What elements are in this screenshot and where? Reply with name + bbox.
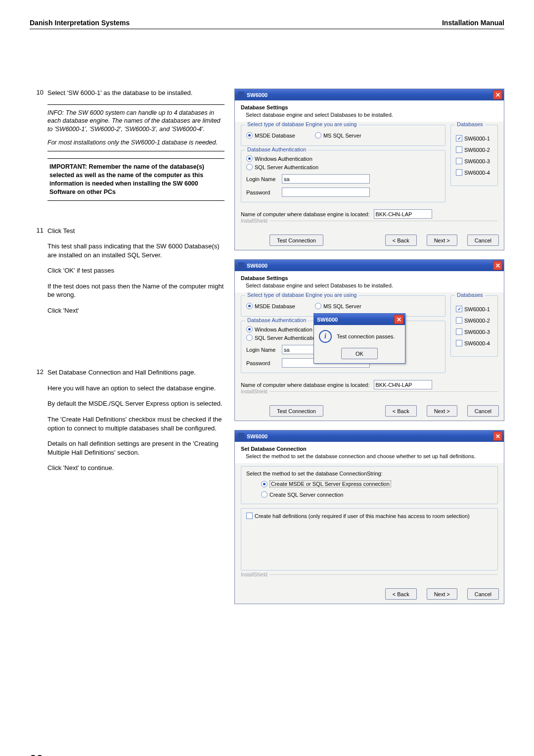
dlg2-title: SW6000 bbox=[247, 263, 267, 269]
close-icon[interactable]: ✕ bbox=[394, 315, 403, 324]
step-11-p2: This test shall pass indicating that the… bbox=[47, 242, 224, 259]
step-12-p5: Details on hall definition settings are … bbox=[47, 439, 224, 457]
chk-db-1[interactable]: SW6000-1 bbox=[456, 306, 492, 312]
radio-msde-conn[interactable]: Create MSDE or SQL Server Express connec… bbox=[261, 480, 492, 487]
engine-legend: Select type of database Engine you are u… bbox=[245, 121, 358, 127]
msg-text: Test connection passes. bbox=[337, 333, 395, 339]
radio-mssql[interactable]: MS SQL Server bbox=[315, 303, 361, 309]
test-passed-messagebox: SW6000 ✕ i Test connection passes. OK bbox=[313, 313, 405, 364]
radio-icon bbox=[246, 303, 253, 309]
password-label: Password bbox=[246, 360, 277, 366]
auth-fieldset: Database Authentication Windows Authenti… bbox=[241, 150, 445, 202]
cancel-button[interactable]: Cancel bbox=[467, 235, 499, 246]
back-button[interactable]: < Back bbox=[385, 235, 417, 246]
cancel-button[interactable]: Cancel bbox=[467, 405, 499, 417]
next-button[interactable]: Next > bbox=[427, 588, 457, 600]
next-button[interactable]: Next > bbox=[427, 235, 457, 246]
installshield-label: InstallShield bbox=[241, 391, 498, 398]
auth-legend: Database Authentication bbox=[245, 146, 308, 152]
step-10-text: Select 'SW 6000-1' as the database to be… bbox=[47, 89, 224, 97]
radio-icon bbox=[246, 155, 253, 162]
app-icon bbox=[238, 262, 244, 269]
checkbox-icon bbox=[456, 329, 462, 335]
step-11-p1: Click Test bbox=[47, 227, 224, 236]
close-icon[interactable]: ✕ bbox=[493, 431, 502, 441]
radio-icon bbox=[315, 303, 321, 309]
computer-input[interactable] bbox=[374, 380, 432, 389]
computer-label: Name of computer where database engine i… bbox=[241, 382, 370, 388]
dlg1-title: SW6000 bbox=[247, 92, 267, 98]
msg-title: SW6000 bbox=[317, 317, 338, 323]
step-12-p1: Set Database Connection and Hall Definit… bbox=[47, 368, 224, 377]
chk-db-1[interactable]: SW6000-1 bbox=[456, 135, 492, 142]
chk-db-3[interactable]: SW6000-3 bbox=[456, 329, 492, 335]
password-label: Password bbox=[246, 189, 277, 195]
login-input[interactable] bbox=[282, 174, 370, 184]
checkbox-icon bbox=[246, 513, 253, 519]
chk-db-2[interactable]: SW6000-2 bbox=[456, 146, 492, 153]
ok-button[interactable]: OK bbox=[341, 348, 378, 359]
radio-sqlserver-conn[interactable]: Create SQL Server connection bbox=[261, 491, 492, 498]
checkbox-icon bbox=[456, 306, 462, 312]
db-legend: Databases bbox=[455, 121, 485, 127]
db-fieldset: Databases SW6000-1 SW6000-2 SW6000-3 SW6… bbox=[450, 125, 498, 186]
test-connection-button[interactable]: Test Connection bbox=[269, 405, 323, 417]
dlg3-titlebar[interactable]: SW6000 ✕ bbox=[235, 430, 504, 442]
test-connection-button[interactable]: Test Connection bbox=[269, 235, 323, 246]
msg-titlebar[interactable]: SW6000 ✕ bbox=[314, 314, 405, 325]
dlg2-titlebar[interactable]: SW6000 ✕ bbox=[235, 260, 504, 271]
radio-icon bbox=[246, 132, 253, 139]
close-icon[interactable]: ✕ bbox=[493, 261, 502, 270]
app-icon bbox=[238, 92, 244, 98]
db-fieldset: Databases SW6000-1 SW6000-2 SW6000-3 SW6… bbox=[450, 295, 498, 357]
chk-db-4[interactable]: SW6000-4 bbox=[456, 169, 492, 176]
checkbox-icon bbox=[456, 135, 462, 142]
step-10-info: INFO: The SW 6000 system can handle up t… bbox=[47, 104, 224, 152]
radio-icon bbox=[261, 491, 267, 498]
chk-db-3[interactable]: SW6000-3 bbox=[456, 158, 492, 164]
radio-icon bbox=[261, 481, 267, 487]
login-label: Login Name bbox=[246, 347, 277, 353]
step-12-p4: The 'Create Hall Definitions' checkbox m… bbox=[47, 415, 224, 432]
chk-hall-definitions[interactable]: Create hall definitions (only required i… bbox=[246, 513, 492, 519]
radio-mssql[interactable]: MS SQL Server bbox=[315, 132, 361, 139]
step-10-info1: INFO: The SW 6000 system can handle up t… bbox=[47, 109, 224, 134]
auth-legend: Database Authentication bbox=[245, 317, 308, 323]
step-12-p6: Click 'Next' to continue. bbox=[47, 464, 224, 472]
close-icon[interactable]: ✕ bbox=[493, 90, 502, 99]
radio-msde[interactable]: MSDE Database bbox=[246, 303, 295, 309]
installshield-label: InstallShield bbox=[241, 574, 498, 581]
dlg1-sub: Select database engine and select Databa… bbox=[246, 112, 498, 118]
engine-fieldset: Select type of database Engine you are u… bbox=[241, 125, 445, 146]
step-11-number: 11 bbox=[30, 227, 47, 322]
next-button[interactable]: Next > bbox=[427, 405, 457, 417]
dialog-set-db-connection: SW6000 ✕ Set Database Connection Select … bbox=[234, 430, 504, 604]
back-button[interactable]: < Back bbox=[385, 588, 417, 600]
radio-icon bbox=[246, 164, 253, 170]
radio-icon bbox=[315, 132, 321, 139]
radio-sql-auth[interactable]: SQL Server Authentication bbox=[246, 164, 440, 170]
step-12-number: 12 bbox=[30, 368, 47, 479]
dlg3-sub: Select the method to set the database co… bbox=[246, 453, 498, 459]
dlg1-titlebar[interactable]: SW6000 ✕ bbox=[235, 89, 504, 100]
password-input[interactable] bbox=[282, 188, 370, 197]
step-11-p5: Click 'Next' bbox=[47, 306, 224, 315]
chk-db-4[interactable]: SW6000-4 bbox=[456, 340, 492, 346]
radio-win-auth[interactable]: Windows Authentication bbox=[246, 155, 440, 162]
computer-input[interactable] bbox=[374, 209, 432, 219]
dlg2-sub: Select database engine and select Databa… bbox=[246, 283, 498, 288]
step-10-number: 10 bbox=[30, 89, 47, 208]
radio-msde[interactable]: MSDE Database bbox=[246, 132, 295, 139]
chk-db-2[interactable]: SW6000-2 bbox=[456, 317, 492, 324]
page-number: 26 bbox=[30, 752, 46, 756]
checkbox-icon bbox=[456, 317, 462, 324]
header-left: Danish Interpretation Systems bbox=[30, 19, 130, 27]
dlg1-heading: Database Settings bbox=[241, 104, 498, 110]
dlg2-heading: Database Settings bbox=[241, 275, 498, 281]
login-label: Login Name bbox=[246, 176, 277, 182]
page-footer: 26 Manual 01 19 60011 bbox=[30, 752, 504, 756]
back-button[interactable]: < Back bbox=[385, 405, 417, 417]
checkbox-icon bbox=[456, 146, 462, 153]
cancel-button[interactable]: Cancel bbox=[467, 588, 499, 600]
step-10-info2: For most installations only the SW6000-1… bbox=[47, 139, 224, 147]
